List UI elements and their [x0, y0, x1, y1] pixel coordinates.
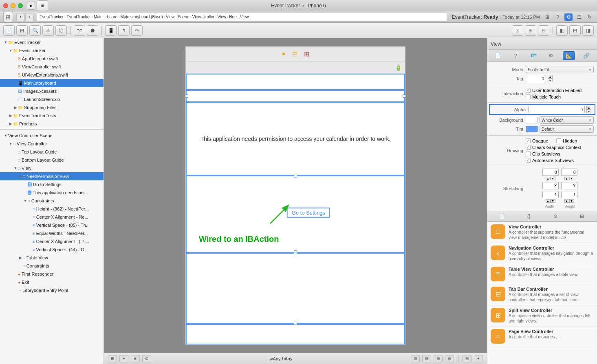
breadcrumb-item-8[interactable]: Nee...View — [229, 15, 249, 19]
tree-c5[interactable]: ≡ Center X Alignment - (-7.... — [0, 237, 104, 246]
standard-editor-btn[interactable]: ⊡ — [512, 25, 523, 36]
file-launchscreen[interactable]: 📄 LaunchScreen.xib — [0, 95, 104, 103]
navigator-btn[interactable]: ◧ — [556, 25, 568, 36]
close-button[interactable] — [3, 3, 8, 8]
tree-view-controller[interactable]: ▼ □ View Controller — [0, 140, 104, 148]
breadcrumb-item-1[interactable]: EventTracker — [40, 15, 64, 19]
file-supporting[interactable]: ▶ 📁 Supporting Files — [0, 103, 104, 112]
view-bottom-section[interactable] — [186, 253, 405, 324]
status-icon-1[interactable]: ⊞ — [543, 13, 551, 21]
alpha-up[interactable]: ▲ — [586, 106, 591, 110]
edit-btn[interactable]: ✏ — [131, 25, 143, 36]
tree-goto[interactable]: B Go to Settings — [0, 180, 104, 189]
tree-top-layout[interactable]: □ Top Layout Guide — [0, 148, 104, 156]
layout-btn-4[interactable]: ⊙ — [445, 355, 454, 362]
tree-c6[interactable]: ≡ Vertical Space - (44) - G... — [0, 246, 104, 254]
tint-select[interactable]: Default ▼ — [540, 125, 594, 133]
tree-need-permission[interactable]: ▼ □ NeedPermissionView — [0, 172, 104, 180]
stretch-x-value[interactable]: 0 — [542, 169, 559, 176]
file-eventracker-group[interactable]: ▼ 📁 EventTracker — [0, 46, 104, 55]
layout-btn-2[interactable]: ⊟ — [422, 355, 431, 362]
goto-settings-button[interactable]: Go to Settings — [287, 208, 330, 218]
status-icon-5[interactable]: ↻ — [586, 13, 594, 21]
utilities-btn[interactable]: ◨ — [582, 25, 594, 36]
canvas-scroll[interactable]: ● ⊟ ⊞ 🔋 — [104, 38, 487, 353]
obj-tab-4[interactable]: ⊞ — [577, 212, 586, 220]
file-uiviewextensions[interactable]: S UIViewExtensions.swift — [0, 71, 104, 79]
maximize-button[interactable] — [18, 3, 23, 8]
git-btn[interactable]: ⌥ — [74, 25, 85, 36]
file-products[interactable]: ▶ 📁 Products — [0, 120, 104, 128]
tab-connections[interactable]: 🔗 — [580, 51, 593, 60]
obj-view-controller[interactable]: □ View Controller A controller that supp… — [487, 222, 597, 243]
view-toggle-btn[interactable]: ⊟ — [463, 355, 471, 362]
mode-select[interactable]: Scale To Fill ▼ — [526, 66, 594, 73]
opaque-check[interactable] — [526, 138, 531, 143]
tab-identity[interactable]: 🪪 — [527, 51, 540, 60]
stop-button[interactable]: ■ — [37, 0, 48, 11]
breadcrumb-item-6[interactable]: View...troller — [192, 15, 214, 19]
tree-label[interactable]: L This application needs per... — [0, 189, 104, 197]
play-button[interactable]: ▶ — [27, 2, 35, 10]
status-icon-2[interactable]: ? — [554, 13, 562, 21]
file-images[interactable]: 🖼 Images.xcassets — [0, 87, 104, 95]
tree-c1[interactable]: ≡ Height - (362) - NeedPer... — [0, 205, 104, 213]
bottom-nav-btn[interactable]: ≡ — [131, 355, 140, 362]
debug-btn[interactable]: ⊟ — [569, 25, 581, 36]
status-icon-3[interactable]: ⚙ — [564, 13, 573, 21]
obj-split-controller[interactable]: ⊞ Split View Controller A composite view… — [487, 305, 597, 327]
obj-tabbar-controller[interactable]: ⊟ Tab Bar Controller A controller that m… — [487, 284, 597, 305]
multiple-touch-check[interactable] — [526, 94, 531, 99]
device-btn[interactable]: 📱 — [105, 25, 117, 36]
file-appdelegate[interactable]: S AppDelegate.swift — [0, 55, 104, 63]
bottom-expand-btn[interactable]: ⊞ — [108, 355, 117, 362]
obj-table-controller[interactable]: ≡ Table View Controller A controller tha… — [487, 264, 597, 284]
scene-toggle-btn[interactable]: + — [474, 355, 483, 362]
breakpoint-btn[interactable]: ⬟ — [87, 25, 98, 36]
tree-view[interactable]: ▼ □ View — [0, 164, 104, 172]
status-icon-4[interactable]: ☰ — [575, 13, 583, 21]
stretch-h-value[interactable]: 1 — [561, 191, 577, 198]
tab-size[interactable]: 📐 — [563, 51, 575, 60]
stretch-x-stepper[interactable]: ▲ ▼ — [546, 177, 555, 180]
breadcrumb-item-4[interactable]: Main.storyboard (Base) — [121, 15, 163, 19]
layout-btn-3[interactable]: ⊞ — [434, 355, 443, 362]
tree-c2[interactable]: ≡ Center X Alignment - Ne... — [0, 213, 104, 221]
view-btn-section[interactable]: Go to Settings Wired to an IBAction — [186, 175, 405, 253]
obj-page-controller[interactable]: ○ Page View Controller A controller that… — [487, 327, 597, 346]
alpha-down[interactable]: ▼ — [586, 110, 591, 113]
tag-stepper[interactable]: ▲ ▼ — [548, 75, 553, 82]
tree-table-view[interactable]: ▶ □ Table View — [0, 254, 104, 262]
file-viewcontroller[interactable]: S ViewController.swift — [0, 63, 104, 71]
tag-up[interactable]: ▲ — [548, 75, 553, 79]
tree-constraints-inner[interactable]: ▼ ≡ Constraints — [0, 197, 104, 205]
scene-header[interactable]: ▼ View Controller Scene — [0, 132, 104, 140]
storyboard-scene[interactable]: ● ⊟ ⊞ 🔋 — [185, 46, 405, 345]
obj-nav-controller[interactable]: ‹ Navigation Controller A controller tha… — [487, 243, 597, 264]
tree-bottom-layout[interactable]: □ Bottom Layout Guide — [0, 156, 104, 164]
file-tests[interactable]: ▶ 📁 EventTrackerTests — [0, 112, 104, 120]
hidden-check[interactable] — [556, 138, 561, 143]
clears-check[interactable] — [526, 145, 531, 150]
clip-check[interactable] — [526, 151, 531, 156]
nav-back-button[interactable]: ‹ — [16, 13, 24, 21]
sim-btn[interactable]: ↰ — [118, 25, 130, 36]
tag-value[interactable]: 0 — [526, 75, 546, 82]
error-btn[interactable]: ⬡ — [55, 25, 67, 36]
bg-color-select[interactable]: White Color ▼ — [540, 116, 594, 124]
tree-c3[interactable]: ≡ Vertical Space - (85) - Th... — [0, 221, 104, 229]
tree-c4[interactable]: ≡ Equal Widths - NeedPer... — [0, 229, 104, 237]
assistant-editor-btn[interactable]: ⊞ — [525, 25, 536, 36]
breadcrumb-item-7[interactable]: View — [218, 15, 227, 19]
breadcrumb-item-3[interactable]: Main....board — [94, 15, 117, 19]
user-interaction-check[interactable] — [526, 88, 531, 93]
bottom-zoom-btn[interactable]: ⊙ — [142, 355, 151, 362]
view-mid-section[interactable] — [186, 90, 405, 102]
minimize-button[interactable] — [11, 3, 15, 8]
view-text-section[interactable]: This application needs permission to acc… — [186, 102, 405, 175]
tab-file[interactable]: 📄 — [492, 51, 504, 60]
obj-tab-3[interactable]: ⊙ — [551, 212, 560, 220]
file-eventracker-root[interactable]: ▼ 📁 EventTracker — [0, 38, 104, 46]
obj-tab-1[interactable]: 📄 — [498, 212, 507, 220]
tab-quick-help[interactable]: ? — [509, 51, 522, 60]
